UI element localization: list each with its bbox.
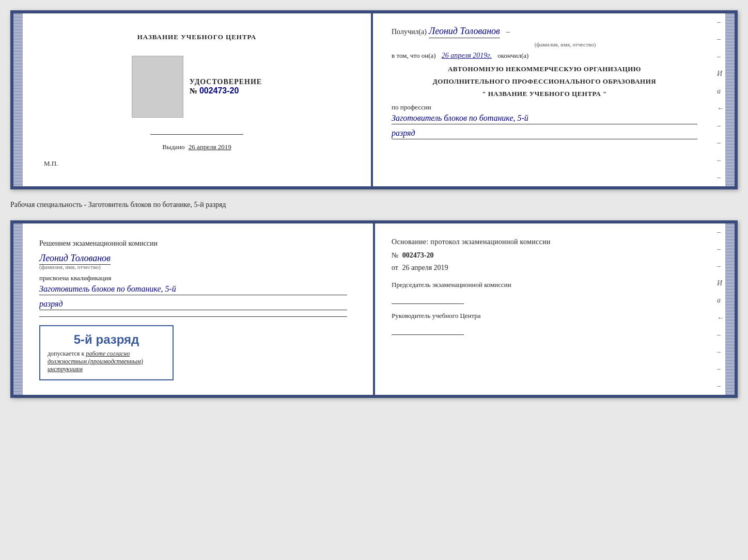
number-prefix: № (190, 87, 197, 95)
marker-a: а (717, 88, 724, 95)
exam-qualification-text: Заготовитель блоков по ботанике, 5-й (39, 284, 347, 295)
cert-right-panel: Получил(а) Леонид Толованов – (фамилия, … (373, 13, 735, 186)
exam-right-panel: Основание: протокол экзаменационной коми… (375, 223, 735, 395)
exam-dash-5: – (717, 348, 724, 356)
received-prefix: Получил(а) (392, 28, 427, 36)
exam-right-inner: Основание: протокол экзаменационной коми… (392, 238, 699, 335)
exam-number-prefix: № (392, 251, 398, 259)
exam-date-line: от 26 апреля 2019 (392, 264, 699, 272)
certificate-document: НАЗВАНИЕ УЧЕБНОГО ЦЕНТРА УДОСТОВЕРЕНИЕ №… (10, 10, 738, 189)
dash-2: – (717, 36, 724, 43)
exam-dash-7: – (717, 382, 724, 390)
dash-1: – (717, 19, 724, 26)
exam-left-panel: Решением экзаменационной комиссии Леонид… (13, 223, 375, 395)
rank-text-cert: разряд (392, 129, 697, 139)
exam-date-prefix: от (392, 264, 398, 271)
dash-3: – (717, 53, 724, 60)
stamp-admit: допускается к работе согласно должностны… (48, 350, 165, 373)
exam-number: 002473-20 (402, 251, 434, 259)
basis-label: Основание: протокол экзаменационной коми… (392, 238, 699, 246)
training-center-title: НАЗВАНИЕ УЧЕБНОГО ЦЕНТРА (137, 33, 257, 41)
recipient-line: Получил(а) Леонид Толованов – (392, 26, 697, 38)
cert-right-inner: Получил(а) Леонид Толованов – (фамилия, … (392, 26, 697, 174)
exam-dash-3: – (717, 263, 724, 270)
photo-placeholder (132, 56, 183, 118)
exam-dash-2: – (717, 246, 724, 253)
issued-line: Выдано 26 апреля 2019 (44, 143, 350, 151)
org-line2: ДОПОЛНИТЕЛЬНОГО ПРОФЕССИОНАЛЬНОГО ОБРАЗО… (392, 77, 697, 86)
exam-document: Решением экзаменационной комиссии Леонид… (10, 220, 738, 398)
dash-6: – (717, 157, 724, 164)
profession-text: Заготовитель блоков по ботанике, 5-й (392, 114, 697, 124)
exam-marker-a: а (717, 297, 724, 304)
marker-i: И (717, 70, 724, 77)
assigned-label: присвоена квалификация (39, 274, 347, 282)
udostoverenie-title: УДОСТОВЕРЕНИЕ (190, 78, 262, 86)
dash-5: – (717, 139, 724, 147)
recipient-name: Леонид Толованов (429, 26, 500, 38)
exam-marker-arrow: ← (717, 314, 724, 322)
stamp-admit-prefix: допускается к (48, 350, 84, 357)
decision-label: Решением экзаменационной комиссии (39, 238, 347, 249)
dash-4: – (717, 122, 724, 130)
exam-left-inner: Решением экзаменационной комиссии Леонид… (39, 238, 347, 380)
in-that-prefix: в том, что он(а) (392, 52, 436, 59)
exam-rank-text: разряд (39, 299, 347, 310)
marker-arrow: ← (717, 105, 724, 112)
exam-marker-i: И (717, 280, 724, 287)
chairman-label: Председатель экзаменационной комиссии (392, 280, 699, 290)
exam-right-margin-marks: – – – И а ← – – – – (717, 229, 724, 390)
issued-label: Выдано (162, 143, 184, 151)
exam-name-block: Леонид Толованов (фамилия, имя, отчество… (39, 253, 347, 270)
chairman-sign-line (392, 294, 464, 304)
exam-dash-1: – (717, 229, 724, 236)
issued-date: 26 апреля 2019 (189, 143, 231, 151)
cert-left-panel: НАЗВАНИЕ УЧЕБНОГО ЦЕНТРА УДОСТОВЕРЕНИЕ №… (13, 13, 373, 186)
exam-recipient-name: Леонид Толованов (39, 253, 111, 265)
org-name: " НАЗВАНИЕ УЧЕБНОГО ЦЕНТРА " (392, 90, 697, 98)
cert-left-inner: НАЗВАНИЕ УЧЕБНОГО ЦЕНТРА УДОСТОВЕРЕНИЕ №… (44, 28, 350, 172)
page-wrapper: НАЗВАНИЕ УЧЕБНОГО ЦЕНТРА УДОСТОВЕРЕНИЕ №… (10, 10, 738, 398)
fio-label-cert: (фамилия, имя, отчество) (433, 41, 697, 47)
udostoverenie-block: УДОСТОВЕРЕНИЕ № 002473-20 (190, 78, 262, 95)
specialty-label: Рабочая специальность - Заготовитель бло… (10, 199, 738, 211)
exam-fio-label: (фамилия, имя, отчество) (39, 264, 347, 270)
director-sign-line (392, 325, 464, 335)
mp-label: М.П. (44, 159, 58, 172)
date-line-cert: в том, что он(а) 26 апреля 2019г. окончи… (392, 52, 697, 60)
stamp-rank: 5-й разряд (48, 332, 165, 347)
org-line1: АВТОНОМНУЮ НЕКОММЕРЧЕСКУЮ ОРГАНИЗАЦИЮ (392, 65, 697, 73)
completed-suffix: окончил(а) (497, 52, 528, 59)
right-margin-marks: – – – И а ← – – – – (717, 19, 724, 181)
exam-dash-4: – (717, 331, 724, 339)
cert-number: 002473-20 (199, 86, 239, 95)
in-that-date: 26 апреля 2019г. (442, 52, 492, 59)
dash-7: – (717, 174, 724, 181)
profession-label: по профессии (392, 103, 697, 111)
director-label: Руководитель учебного Центра (392, 311, 699, 321)
exam-number-line: № 002473-20 (392, 251, 699, 260)
exam-date: 26 апреля 2019 (402, 264, 448, 271)
exam-dash-6: – (717, 365, 724, 373)
stamp-box: 5-й разряд допускается к работе согласно… (39, 325, 174, 380)
